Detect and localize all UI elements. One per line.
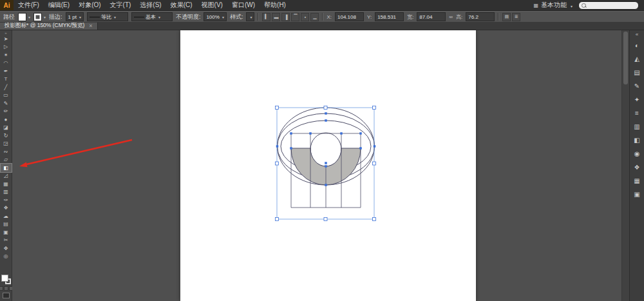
transform-panel-icon[interactable]: ▤ — [502, 13, 511, 21]
rotate-tool[interactable]: ↻ — [1, 131, 12, 140]
graphic-styles-panel-icon[interactable]: ❖ — [630, 160, 644, 174]
anchor-point[interactable] — [359, 147, 362, 150]
lasso-tool[interactable]: ◠ — [1, 59, 12, 68]
column-graph-tool[interactable]: ▤ — [1, 220, 12, 229]
eyedropper-tool[interactable]: ✑ — [1, 196, 12, 204]
free-transform-tool[interactable]: ▱ — [1, 156, 12, 164]
width-tool[interactable]: ∾ — [1, 148, 12, 156]
screen-mode-button[interactable] — [3, 293, 10, 298]
height-field[interactable]: 76.2 — [466, 12, 495, 21]
anchor-point[interactable] — [325, 184, 327, 186]
fill-stroke-widget[interactable] — [1, 275, 11, 284]
gradient-button[interactable] — [4, 286, 8, 291]
anchor-point[interactable] — [276, 145, 279, 148]
selection-handle[interactable] — [373, 162, 376, 165]
selection-handle[interactable] — [276, 106, 279, 110]
scale-tool[interactable]: ◲ — [1, 140, 12, 148]
close-icon[interactable]: × — [89, 23, 92, 29]
menubar-menu-item[interactable]: 选择(S) — [135, 0, 166, 10]
align-right-icon[interactable]: ▐ — [281, 13, 290, 21]
align-left-icon[interactable]: ▍ — [262, 13, 270, 21]
anchor-point[interactable] — [325, 119, 327, 122]
anchor-point[interactable] — [325, 112, 327, 115]
stroke-color-swatch[interactable] — [33, 13, 46, 21]
selection-handle[interactable] — [324, 106, 327, 110]
slice-tool[interactable]: ✂ — [1, 237, 12, 245]
layers-panel-icon[interactable]: ▦ — [630, 174, 644, 188]
brushes-panel-icon[interactable]: ✎ — [630, 79, 644, 93]
anchor-point[interactable] — [325, 162, 327, 164]
selection-handle[interactable] — [276, 218, 279, 221]
scrollbar-thumb[interactable] — [623, 32, 628, 84]
brush-definition-select[interactable]: 基本 — [131, 12, 173, 21]
anchor-point[interactable] — [290, 132, 292, 135]
menubar-menu-item[interactable]: 文件(F) — [14, 0, 44, 10]
paintbrush-tool[interactable]: ✎ — [1, 99, 12, 108]
x-field[interactable]: 104.108 — [335, 12, 364, 21]
symbol-sprayer-tool[interactable]: ☁ — [1, 212, 12, 220]
selection-handle[interactable] — [373, 106, 376, 110]
direct-selection-tool[interactable]: ▷ — [1, 43, 12, 52]
eraser-tool[interactable]: ◪ — [1, 124, 12, 132]
mesh-tool[interactable]: ▦ — [1, 180, 12, 188]
selection-handle[interactable] — [324, 218, 327, 221]
hand-tool[interactable]: ✥ — [1, 244, 12, 253]
dock-collapse-icon[interactable]: « — [636, 31, 638, 39]
workspace-switcher[interactable]: ▦ 基本功能 — [533, 1, 573, 10]
y-field[interactable]: 158.531 — [375, 12, 404, 21]
color-guide-panel-icon[interactable]: ◭ — [630, 52, 644, 66]
constrain-proportions-icon[interactable]: ∞ — [449, 14, 453, 20]
anchor-point[interactable] — [309, 132, 312, 135]
anchor-point[interactable] — [340, 132, 343, 135]
canvas[interactable] — [12, 30, 629, 301]
selection-handle[interactable] — [373, 218, 376, 221]
align-bottom-icon[interactable]: ▁ — [310, 13, 319, 21]
menubar-menu-item[interactable]: 对象(O) — [74, 0, 105, 10]
opacity-field[interactable]: 100% — [204, 12, 226, 21]
gradient-tool[interactable]: ▥ — [1, 188, 12, 197]
anchor-point[interactable] — [374, 145, 376, 148]
width-profile-select[interactable]: 等比 — [87, 12, 128, 21]
align-h-center-icon[interactable]: ▬ — [272, 13, 280, 21]
stroke-panel-icon[interactable]: ≡ — [630, 106, 644, 120]
type-tool[interactable]: T — [1, 75, 12, 84]
menubar-menu-item[interactable]: 编辑(E) — [44, 0, 74, 10]
symbols-panel-icon[interactable]: ✦ — [630, 93, 644, 106]
appearance-panel-icon[interactable]: ◉ — [630, 147, 644, 160]
pen-tool[interactable]: ✒ — [1, 67, 12, 75]
width-field[interactable]: 87.04 — [417, 12, 446, 21]
blob-brush-tool[interactable]: ● — [1, 115, 12, 124]
document-tab[interactable]: 投影图标* @ 150% (CMYK/预览) × — [0, 22, 98, 30]
stroke-weight-field[interactable]: 1 pt — [66, 12, 84, 21]
gradient-panel-icon[interactable]: ▥ — [630, 120, 644, 133]
search-box[interactable] — [578, 1, 639, 10]
color-panel-icon[interactable]: ◐ — [630, 39, 644, 52]
anchor-point[interactable] — [325, 165, 327, 168]
selection-tool[interactable]: ➤ — [1, 35, 12, 43]
zoom-tool[interactable]: ◎ — [1, 253, 12, 261]
artwork[interactable] — [12, 30, 629, 301]
fill-color-indicator[interactable] — [1, 275, 8, 282]
line-segment-tool[interactable]: ╱ — [1, 83, 12, 92]
artboards-panel-icon[interactable]: ▣ — [630, 188, 644, 201]
blend-tool[interactable]: ❖ — [1, 204, 12, 213]
graphic-style-select[interactable] — [246, 12, 254, 21]
menubar-menu-item[interactable]: 窗口(W) — [227, 0, 260, 10]
arrange-options-icon[interactable]: ≣ — [512, 13, 520, 21]
search-input[interactable] — [588, 3, 629, 8]
perspective-grid-tool[interactable]: ◿ — [1, 172, 12, 180]
swatches-panel-icon[interactable]: ▤ — [630, 66, 644, 79]
align-v-center-icon[interactable]: ▪ — [301, 13, 309, 21]
fill-color-swatch[interactable] — [18, 13, 30, 21]
magic-wand-tool[interactable]: ✶ — [1, 51, 12, 59]
rectangle-tool[interactable]: ▭ — [1, 92, 12, 100]
selection-handle[interactable] — [276, 162, 279, 165]
menubar-menu-item[interactable]: 文字(T) — [106, 0, 136, 10]
align-top-icon[interactable]: ▔ — [291, 13, 299, 21]
pencil-tool[interactable]: ✏ — [1, 108, 12, 116]
vertical-scrollbar[interactable] — [621, 30, 629, 301]
anchor-point[interactable] — [290, 147, 292, 150]
shape-builder-tool[interactable]: ◧ — [1, 164, 12, 172]
color-button[interactable] — [0, 286, 3, 291]
menubar-menu-item[interactable]: 视图(V) — [197, 0, 227, 10]
